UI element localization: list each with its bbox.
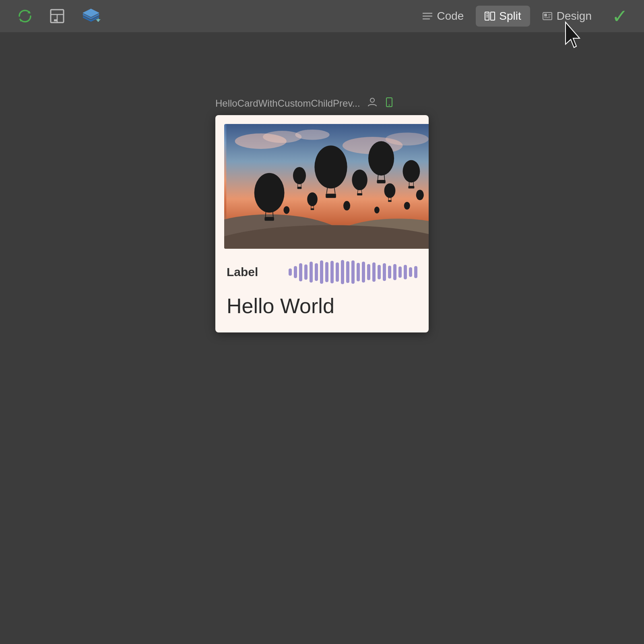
svg-rect-43 [377,180,385,184]
waveform-bar [404,265,407,279]
design-view-button[interactable]: Design [533,6,601,27]
waveform-bar [414,266,417,278]
svg-rect-15 [491,12,495,20]
card-image [224,124,429,249]
split-view-label: Split [499,10,521,23]
svg-point-68 [343,201,350,211]
waveform-bar [294,266,297,278]
svg-point-36 [314,145,347,188]
svg-point-40 [368,141,394,176]
waveform-bar [372,262,376,282]
svg-line-50 [273,212,273,217]
person-preview-icon[interactable] [367,97,378,110]
svg-point-31 [386,132,429,145]
split-view-button[interactable]: Split [476,6,530,27]
waveform-bar [398,266,402,278]
svg-rect-20 [544,14,547,17]
card-title: Hello World [227,294,417,318]
refresh-icon[interactable] [16,7,34,25]
waveform-bar [351,260,355,284]
waveform-bar [362,262,365,283]
svg-rect-55 [297,187,302,189]
code-view-button[interactable]: Code [413,6,473,27]
svg-rect-5 [54,19,57,21]
waveform-bar [325,262,328,282]
svg-line-49 [266,212,266,217]
preview-container: HelloCardWithCustomChildPrev... [215,97,429,332]
svg-point-60 [307,192,318,206]
svg-rect-51 [264,217,274,221]
layout-icon[interactable] [48,7,66,25]
waveform-bar [299,263,302,281]
svg-rect-39 [326,194,336,198]
layers-icon[interactable] [80,7,101,25]
card-label-row: Label [227,260,417,284]
preview-label-bar: HelloCardWithCustomChildPrev... [215,97,429,110]
svg-point-29 [263,131,301,143]
svg-rect-63 [311,208,314,210]
waveform-bar [388,266,391,279]
waveform-bar [320,260,323,284]
svg-marker-1 [20,19,23,21]
svg-point-71 [283,206,289,214]
toolbar-right: Code Split Design ✓ [413,5,628,27]
svg-line-42 [384,175,385,180]
design-view-label: Design [557,10,592,23]
svg-point-70 [404,202,410,209]
svg-rect-59 [357,193,362,195]
waveform-bar [367,264,370,280]
svg-line-41 [378,175,378,180]
waveform-bar [341,260,344,284]
device-preview-icon[interactable] [384,97,396,110]
svg-point-26 [388,105,390,106]
waveform-bar [346,261,349,283]
svg-point-32 [295,130,330,140]
component-name-label: HelloCardWithCustomChildPrev... [215,98,360,109]
svg-point-48 [254,173,285,213]
card-body: Label Hello World [215,249,429,332]
waveform-bar [310,262,313,283]
svg-point-44 [403,160,420,183]
svg-point-69 [374,206,380,213]
card: Label Hello World [215,115,429,332]
confirm-icon[interactable]: ✓ [612,5,628,27]
waveform-bar [393,264,396,280]
waveform-bar [330,261,334,283]
svg-point-24 [370,98,374,102]
waveform-bar [357,263,360,281]
waveform-bar [383,263,386,281]
code-view-label: Code [437,10,464,23]
svg-point-56 [352,169,367,190]
waveform-bar [289,268,292,276]
svg-rect-14 [485,12,489,20]
svg-point-64 [384,184,396,198]
waveform [289,260,417,284]
svg-rect-67 [388,200,392,202]
waveform-bar [336,262,339,282]
waveform-bar [315,263,318,281]
canvas-area: HelloCardWithCustomChildPrev... [0,32,644,644]
waveform-bar [409,267,412,277]
toolbar: Code Split Design ✓ [0,0,644,32]
toolbar-left [16,7,101,25]
svg-point-52 [293,167,306,184]
waveform-bar [304,264,308,280]
svg-point-72 [416,190,424,200]
card-label: Label [227,265,258,279]
waveform-bar [378,265,381,279]
svg-rect-47 [408,186,414,188]
